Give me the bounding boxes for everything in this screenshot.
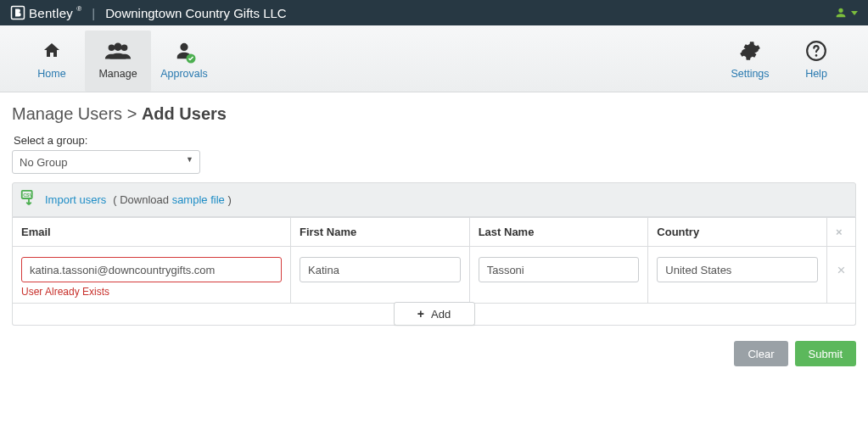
nav-help[interactable]: Help xyxy=(783,31,849,92)
th-last: Last Name xyxy=(469,218,648,247)
nav-row: Home Manage Approvals Settings Help xyxy=(0,25,868,92)
th-first: First Name xyxy=(291,218,470,247)
add-label: Add xyxy=(431,308,451,321)
group-select-wrap: No Group xyxy=(12,150,200,174)
th-delete[interactable]: × xyxy=(827,218,856,247)
import-bar: CSV Import users ( Download sample file … xyxy=(12,182,856,217)
registered-mark: ® xyxy=(76,5,81,13)
row-delete-button[interactable]: × xyxy=(827,247,856,304)
add-bar: + Add xyxy=(12,304,856,326)
csv-icon: CSV xyxy=(20,189,38,210)
brand-separator: | xyxy=(92,6,95,20)
nav-manage-label: Manage xyxy=(98,68,137,80)
table-row: User Already Exists × xyxy=(13,247,856,304)
download-suffix: ) xyxy=(225,193,232,206)
users-table: Email First Name Last Name Country × Use… xyxy=(12,217,856,304)
help-icon xyxy=(805,40,827,62)
svg-text:CSV: CSV xyxy=(23,192,33,198)
nav-manage[interactable]: Manage xyxy=(85,31,151,92)
user-icon xyxy=(834,6,848,20)
breadcrumb-current: Add Users xyxy=(142,104,227,123)
bentley-b-icon xyxy=(10,5,25,20)
th-email: Email xyxy=(13,218,291,247)
people-icon xyxy=(104,41,132,61)
submit-button[interactable]: Submit xyxy=(795,341,856,366)
svg-point-2 xyxy=(121,44,128,51)
first-name-input[interactable] xyxy=(300,257,461,282)
breadcrumb-sep: > xyxy=(127,104,137,123)
page-body: Manage Users > Add Users Select a group:… xyxy=(0,92,868,377)
nav-help-label: Help xyxy=(805,68,827,80)
nav-settings[interactable]: Settings xyxy=(717,31,783,92)
nav-settings-label: Settings xyxy=(731,68,769,80)
user-menu[interactable] xyxy=(834,6,858,20)
email-error: User Already Exists xyxy=(21,286,282,298)
top-bar-left: Bentley® | Downingtown Country Gifts LLC xyxy=(10,5,287,20)
sample-file-link[interactable]: sample file xyxy=(172,193,225,206)
nav-right-group: Settings Help xyxy=(717,31,849,92)
check-badge-icon xyxy=(186,53,196,64)
nav-home[interactable]: Home xyxy=(19,31,85,92)
home-icon xyxy=(41,41,63,61)
add-button[interactable]: + Add xyxy=(394,302,475,326)
country-input[interactable] xyxy=(657,257,818,282)
last-name-input[interactable] xyxy=(479,257,640,282)
group-select[interactable]: No Group xyxy=(12,150,200,174)
top-bar: Bentley® | Downingtown Country Gifts LLC xyxy=(0,0,868,25)
nav-approvals[interactable]: Approvals xyxy=(151,31,217,92)
th-country: Country xyxy=(648,218,827,247)
svg-point-1 xyxy=(109,44,115,51)
brand-name: Bentley xyxy=(29,6,73,20)
gear-icon xyxy=(739,40,761,62)
svg-point-6 xyxy=(815,54,818,57)
footer-buttons: Clear Submit xyxy=(12,326,856,377)
import-users-link[interactable]: Import users xyxy=(45,193,106,206)
brand-logo[interactable]: Bentley® xyxy=(10,5,81,20)
caret-down-icon xyxy=(851,11,858,15)
svg-point-3 xyxy=(114,43,121,51)
group-label: Select a group: xyxy=(14,134,856,147)
nav-home-label: Home xyxy=(37,68,65,80)
nav-left-group: Home Manage Approvals xyxy=(19,31,217,92)
download-paren: ( Download sample file ) xyxy=(113,193,231,206)
plus-icon: + xyxy=(417,307,424,321)
email-input[interactable] xyxy=(21,257,282,282)
breadcrumb-parent[interactable]: Manage Users xyxy=(12,104,122,123)
clear-button[interactable]: Clear xyxy=(734,341,787,366)
nav-approvals-label: Approvals xyxy=(160,68,208,80)
company-name: Downingtown Country Gifts LLC xyxy=(105,6,286,20)
download-prefix: ( Download xyxy=(113,193,171,206)
breadcrumb: Manage Users > Add Users xyxy=(12,104,856,124)
